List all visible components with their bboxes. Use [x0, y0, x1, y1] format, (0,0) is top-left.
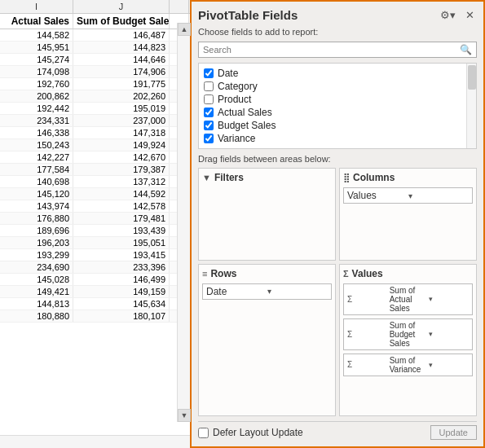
actual-cell: 142,227	[0, 152, 73, 163]
actual-cell: 189,696	[0, 225, 73, 236]
col-header-j: J	[73, 0, 170, 13]
budget-cell: 144,592	[73, 188, 170, 200]
values-item-label: Sum of Budget Sales	[390, 321, 430, 348]
table-row: 144,582 146,487	[0, 29, 190, 42]
field-checkbox[interactable]	[204, 68, 214, 78]
field-checkbox[interactable]	[204, 81, 214, 91]
actual-cell: 140,698	[0, 176, 73, 187]
rows-dropdown-arrow: ▾	[267, 287, 328, 296]
table-row: 200,862 202,260	[0, 90, 190, 103]
actual-cell: 234,331	[0, 115, 73, 126]
choose-fields-label: Choose fields to add to report:	[198, 27, 477, 37]
scroll-up-btn[interactable]: ▲	[178, 23, 191, 36]
table-row: 146,338 147,318	[0, 127, 190, 139]
pivot-close-btn[interactable]: ✕	[463, 8, 477, 22]
actual-cell: 143,974	[0, 200, 73, 212]
table-row: 192,442 195,019	[0, 103, 190, 115]
budget-cell: 149,159	[73, 286, 170, 297]
search-input[interactable]	[203, 45, 460, 55]
rows-dropdown[interactable]: Date ▾	[202, 283, 332, 300]
field-label: Variance	[218, 133, 255, 144]
columns-label: Columns	[353, 172, 395, 183]
sigma-icon: Σ	[347, 360, 387, 369]
col-header-s	[170, 0, 189, 13]
vertical-scrollbar[interactable]: ▲ ▼	[177, 23, 190, 422]
rows-dropdown-value: Date	[206, 286, 267, 297]
column-headers: I J	[0, 0, 190, 14]
table-row: 145,028 146,499	[0, 274, 190, 286]
budget-cell: 180,107	[73, 310, 170, 322]
values-label: Values	[352, 268, 383, 279]
field-item: Variance	[202, 132, 473, 145]
values-item-label: Sum of Variance	[390, 356, 430, 374]
budget-cell: 202,260	[73, 90, 170, 102]
table-row: 180,880 180,107	[0, 310, 190, 323]
filters-icon: ▼	[202, 173, 211, 182]
budget-cell: 144,646	[73, 54, 170, 65]
rows-label: Rows	[210, 268, 236, 279]
budget-cell: 146,499	[73, 274, 170, 285]
rows-title: ≡ Rows	[202, 268, 332, 279]
actual-cell: 176,880	[0, 213, 73, 224]
actual-cell: 180,880	[0, 310, 73, 322]
field-checkbox[interactable]	[204, 94, 214, 104]
list-item[interactable]: ΣSum of Variance▾	[343, 354, 473, 376]
actual-cell: 146,338	[0, 127, 73, 138]
field-item: Product	[202, 93, 473, 106]
field-list-scrollbar[interactable]	[466, 64, 476, 148]
actual-cell: 177,584	[0, 164, 73, 175]
field-checkbox[interactable]	[204, 134, 214, 143]
actual-cell: 150,243	[0, 139, 73, 151]
columns-dropdown[interactable]: Values ▾	[343, 187, 473, 204]
budget-cell: 195,019	[73, 103, 170, 114]
columns-area: ⣿ Columns Values ▾	[339, 168, 477, 261]
budget-cell: 174,906	[73, 66, 170, 77]
table-row: 234,331 237,000	[0, 115, 190, 127]
update-button[interactable]: Update	[430, 425, 477, 440]
values-item-arrow: ▾	[429, 330, 469, 338]
areas-grid: ▼ Filters ⣿ Columns Values ▾ ≡ Rows Date…	[198, 168, 477, 416]
budget-cell: 146,487	[73, 29, 170, 41]
budget-cell: 147,318	[73, 127, 170, 138]
table-row: 196,203 195,051	[0, 237, 190, 249]
field-label: Date	[218, 68, 238, 79]
actual-cell: 144,813	[0, 298, 73, 310]
actual-cell: 196,203	[0, 237, 73, 248]
list-item[interactable]: ΣSum of Actual Sales▾	[343, 283, 473, 315]
list-item[interactable]: ΣSum of Budget Sales▾	[343, 318, 473, 350]
table-row: 234,690 233,396	[0, 261, 190, 274]
table-row: 145,951 144,823	[0, 42, 190, 54]
search-icon: 🔍	[460, 44, 472, 55]
scroll-down-btn[interactable]: ▼	[178, 409, 191, 422]
defer-checkbox[interactable]	[198, 428, 209, 438]
scroll-track	[178, 36, 190, 409]
field-label: Actual Sales	[218, 107, 272, 118]
field-checkbox[interactable]	[204, 108, 214, 117]
actual-cell: 145,274	[0, 54, 73, 65]
pivot-panel: PivotTable Fields ⚙▾ ✕ Choose fields to …	[192, 0, 485, 448]
pivot-title: PivotTable Fields	[198, 8, 298, 22]
bottom-bar: Defer Layout Update Update	[198, 421, 477, 440]
table-row: 145,120 144,592	[0, 188, 190, 200]
budget-cell: 195,051	[73, 237, 170, 248]
budget-cell: 144,823	[73, 42, 170, 53]
search-row: 🔍	[198, 42, 477, 58]
field-scroll-thumb	[468, 65, 476, 90]
actual-cell: 145,028	[0, 274, 73, 285]
field-checkbox[interactable]	[204, 121, 214, 130]
defer-row: Defer Layout Update	[198, 427, 303, 438]
filters-label: Filters	[214, 172, 244, 183]
values-item-arrow: ▾	[429, 295, 469, 303]
filters-title: ▼ Filters	[202, 172, 332, 183]
budget-cell: 191,775	[73, 78, 170, 90]
horizontal-scrollbar[interactable]	[0, 435, 190, 448]
table-row: 142,227 142,670	[0, 152, 190, 164]
budget-cell: 233,396	[73, 261, 170, 273]
col-header-i: I	[0, 0, 73, 13]
budget-cell: 142,670	[73, 152, 170, 163]
table-row: 176,880 179,481	[0, 213, 190, 225]
table-row: 193,299 193,415	[0, 249, 190, 261]
table-row: 149,421 149,159	[0, 286, 190, 298]
pivot-settings-btn[interactable]: ⚙▾	[438, 8, 458, 22]
budget-cell: 142,578	[73, 200, 170, 212]
